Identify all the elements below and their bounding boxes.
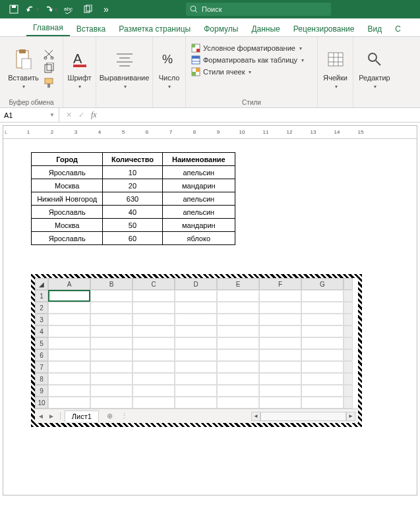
row-header[interactable]: 9 [35, 385, 48, 397]
cell[interactable] [259, 314, 301, 325]
cell[interactable] [48, 373, 90, 385]
cell[interactable] [175, 385, 217, 397]
cell[interactable] [90, 290, 133, 302]
col-header[interactable]: D [175, 278, 217, 290]
alignment-button[interactable]: Выравнивание▾ [100, 46, 150, 91]
cell[interactable] [90, 397, 133, 409]
cell[interactable] [90, 314, 133, 325]
cell-styles-button[interactable]: Стили ячеек▾ [191, 67, 304, 76]
cell[interactable] [301, 337, 344, 349]
cut-icon[interactable] [43, 48, 55, 60]
cell[interactable] [217, 314, 259, 325]
row-header[interactable]: 2 [35, 302, 48, 314]
cell[interactable] [301, 385, 344, 397]
cell[interactable] [48, 397, 90, 409]
sheet-nav-prev-icon[interactable]: ◄ [38, 412, 44, 420]
hscroll-left-icon[interactable]: ◄ [251, 412, 260, 421]
chevron-down-icon[interactable]: ▼ [49, 112, 55, 118]
row-header[interactable]: 3 [35, 314, 48, 325]
cell[interactable] [90, 373, 133, 385]
cell[interactable] [90, 385, 133, 397]
tab-home[interactable]: Главная [26, 20, 70, 36]
document-area[interactable]: Город Количество Наименование Ярославль1… [3, 139, 417, 495]
cell[interactable] [217, 373, 259, 385]
cell[interactable] [217, 302, 259, 314]
cell[interactable] [133, 385, 175, 397]
cell[interactable] [133, 325, 175, 337]
embedded-spreadsheet[interactable]: ◢ A B C D E F G 12345678910 ◄ ► Лист1 ⊕ … [31, 274, 362, 427]
corner-cell[interactable]: ◢ [35, 278, 48, 290]
cell[interactable] [48, 314, 90, 325]
paste-button[interactable]: Вставить▾ [8, 46, 39, 91]
cell[interactable] [301, 349, 344, 361]
cell[interactable] [90, 337, 133, 349]
tab-view[interactable]: Вид [361, 21, 388, 36]
cell[interactable] [259, 361, 301, 373]
cell[interactable] [175, 397, 217, 409]
cell[interactable] [175, 361, 217, 373]
cell[interactable] [217, 325, 259, 337]
cell[interactable] [90, 349, 133, 361]
cell[interactable] [133, 290, 175, 302]
cell[interactable] [259, 397, 301, 409]
cell[interactable] [217, 349, 259, 361]
cell[interactable] [48, 349, 90, 361]
conditional-formatting-button[interactable]: Условное форматирование▾ [191, 43, 304, 53]
cell[interactable] [301, 397, 344, 409]
spellcheck-icon[interactable]: abc [61, 2, 78, 16]
format-as-table-button[interactable]: Форматировать как таблицу▾ [191, 55, 304, 65]
cell[interactable] [90, 361, 133, 373]
tab-insert[interactable]: Вставка [70, 21, 113, 36]
cell[interactable] [175, 373, 217, 385]
number-button[interactable]: % Число▾ [155, 46, 184, 91]
row-header[interactable]: 1 [35, 290, 48, 302]
row-header[interactable]: 10 [35, 397, 48, 409]
tab-pagelayout[interactable]: Разметка страницы [112, 21, 197, 36]
copy-small-icon[interactable] [43, 63, 55, 74]
cell[interactable] [301, 373, 344, 385]
editing-button[interactable]: Редактир▾ [359, 46, 390, 91]
cell[interactable] [217, 290, 259, 302]
cell[interactable] [48, 302, 90, 314]
cell[interactable] [301, 290, 344, 302]
col-header[interactable]: E [217, 278, 259, 290]
name-box[interactable]: A1 ▼ [0, 108, 59, 122]
cell[interactable] [259, 302, 301, 314]
cell[interactable] [133, 349, 175, 361]
col-header[interactable]: G [301, 278, 344, 290]
col-header[interactable]: B [90, 278, 133, 290]
cell[interactable] [301, 314, 344, 325]
search-input[interactable]: Поиск [186, 3, 331, 16]
tab-formulas[interactable]: Формулы [197, 21, 245, 36]
cell[interactable] [175, 314, 217, 325]
tab-splitter[interactable]: ⋮ [121, 412, 128, 420]
cell[interactable] [48, 385, 90, 397]
cell[interactable] [133, 337, 175, 349]
cell[interactable] [133, 373, 175, 385]
col-header[interactable]: F [259, 278, 301, 290]
undo-icon[interactable]: ▾ [24, 2, 41, 16]
copy-icon[interactable] [79, 2, 96, 16]
row-header[interactable]: 4 [35, 325, 48, 337]
col-header[interactable]: A [48, 278, 90, 290]
cell[interactable] [133, 397, 175, 409]
horizontal-ruler[interactable]: L 1 2 3 4 5 6 7 8 9 10 11 12 13 14 15 [3, 126, 417, 139]
row-header[interactable]: 6 [35, 349, 48, 361]
row-header[interactable]: 7 [35, 361, 48, 373]
cell[interactable] [259, 385, 301, 397]
cell[interactable] [301, 302, 344, 314]
cell[interactable] [301, 361, 344, 373]
tab-help[interactable]: С [388, 21, 407, 36]
cell[interactable] [217, 397, 259, 409]
cell[interactable] [217, 361, 259, 373]
cell[interactable] [301, 325, 344, 337]
cell[interactable] [175, 337, 217, 349]
cell[interactable] [90, 302, 133, 314]
format-painter-icon[interactable] [43, 77, 55, 89]
row-header[interactable]: 5 [35, 337, 48, 349]
cell[interactable] [48, 337, 90, 349]
hscroll-track[interactable] [260, 412, 346, 421]
cell[interactable] [217, 385, 259, 397]
cell[interactable] [48, 325, 90, 337]
tab-data[interactable]: Данные [245, 21, 286, 36]
